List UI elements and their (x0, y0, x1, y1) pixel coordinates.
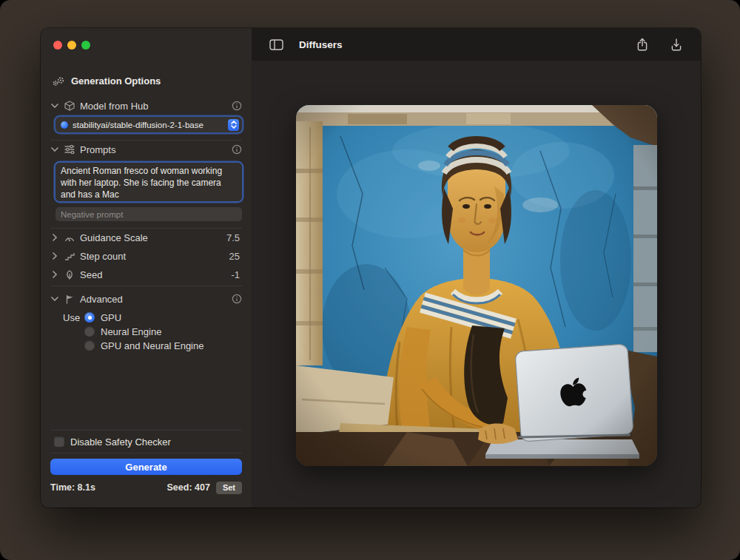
chevron-right-icon[interactable] (50, 234, 58, 241)
divider (50, 140, 242, 141)
set-seed-button[interactable]: Set (216, 482, 242, 494)
share-icon[interactable] (634, 36, 650, 53)
gauge-icon (63, 234, 75, 242)
save-image-icon[interactable] (668, 36, 684, 53)
compute-option-neural-engine[interactable]: Neural Engine (84, 324, 161, 339)
leaf-icon (63, 270, 75, 280)
advanced-section-label: Advanced (80, 294, 123, 305)
chevron-right-icon[interactable] (50, 252, 58, 260)
step-count-label: Step count (80, 251, 126, 262)
compute-option-gpu-and-neural-engine[interactable]: GPU and Neural Engine (84, 338, 204, 353)
seed-label: Seed (80, 269, 102, 280)
radio-gpu-neural-engine[interactable] (84, 340, 95, 351)
negative-prompt-input[interactable] (56, 207, 242, 221)
divider (50, 430, 242, 431)
model-section-label: Model from Hub (80, 101, 148, 112)
radio-gpu[interactable] (84, 312, 95, 323)
safety-checker-row[interactable]: Disable Safety Checker (54, 434, 171, 449)
guidance-scale-row[interactable]: Guidance Scale 7.5 (50, 230, 242, 245)
radio-neural-engine[interactable] (84, 326, 95, 337)
prompts-section-row[interactable]: Prompts (50, 142, 242, 157)
model-select[interactable]: stabilityai/stable-diffusion-2-1-base (56, 117, 242, 132)
info-circle-icon[interactable] (232, 294, 242, 304)
seed-value: -1 (231, 269, 242, 280)
step-count-value: 25 (229, 251, 242, 262)
step-count-row[interactable]: Step count 25 (50, 249, 242, 263)
divider (50, 286, 242, 286)
generate-button[interactable]: Generate (50, 459, 242, 475)
status-bar: Time: 8.1s Seed: 407 Set (50, 479, 242, 496)
radio-gpu-label: GPU (101, 312, 121, 323)
compute-option-gpu[interactable]: GPU (84, 310, 121, 325)
seed-status: Seed: 407 (167, 482, 210, 493)
toolbar: Diffusers (252, 28, 701, 61)
main-area: Diffusers (252, 28, 701, 507)
zoom-window-button[interactable] (81, 41, 90, 50)
model-color-dot (61, 121, 68, 129)
use-label: Use (63, 310, 80, 325)
time-status: Time: 8.1s (50, 482, 95, 493)
sidebar-title: Generation Options (71, 75, 161, 87)
steps-icon (63, 252, 75, 260)
guidance-scale-label: Guidance Scale (80, 232, 148, 243)
model-section-row[interactable]: Model from Hub (50, 98, 242, 113)
divider (50, 453, 242, 453)
guidance-scale-value: 7.5 (226, 232, 242, 243)
model-select-value: stabilityai/stable-diffusion-2-1-base (73, 121, 223, 129)
generation-options-header: Generation Options (53, 72, 161, 89)
window-controls (53, 41, 90, 50)
seed-row[interactable]: Seed -1 (50, 267, 242, 282)
app-window: Generation Options Model from Hub stabil… (41, 28, 701, 507)
prompts-section-label: Prompts (80, 144, 115, 155)
desktop-background: Generation Options Model from Hub stabil… (0, 0, 740, 560)
fresco-illustration (296, 105, 657, 466)
radio-gpu-neural-engine-label: GPU and Neural Engine (101, 340, 204, 351)
sliders-icon (63, 145, 75, 154)
flag-icon (63, 294, 75, 304)
radio-neural-engine-label: Neural Engine (101, 326, 161, 337)
sidebar: Generation Options Model from Hub stabil… (41, 28, 252, 507)
image-canvas (252, 61, 701, 507)
safety-checker-checkbox[interactable] (54, 436, 64, 447)
sidebar-toggle-icon[interactable] (268, 36, 284, 53)
cube-icon (63, 101, 75, 111)
minimize-window-button[interactable] (67, 41, 76, 50)
chevron-down-icon[interactable] (50, 297, 58, 301)
chevron-down-icon[interactable] (50, 147, 58, 152)
divider (50, 228, 242, 229)
chevron-down-icon[interactable] (50, 104, 58, 108)
info-circle-icon[interactable] (232, 101, 242, 111)
select-stepper-icon[interactable] (228, 119, 239, 131)
gear-pair-icon (53, 75, 65, 87)
app-title: Diffusers (299, 39, 343, 50)
generated-image[interactable] (296, 105, 657, 466)
prompt-input[interactable]: Ancient Roman fresco of woman working wi… (56, 163, 242, 201)
safety-checker-label: Disable Safety Checker (70, 436, 171, 448)
advanced-section-row[interactable]: Advanced (50, 291, 242, 306)
chevron-right-icon[interactable] (50, 271, 58, 278)
close-window-button[interactable] (53, 41, 62, 50)
info-circle-icon[interactable] (232, 144, 242, 155)
